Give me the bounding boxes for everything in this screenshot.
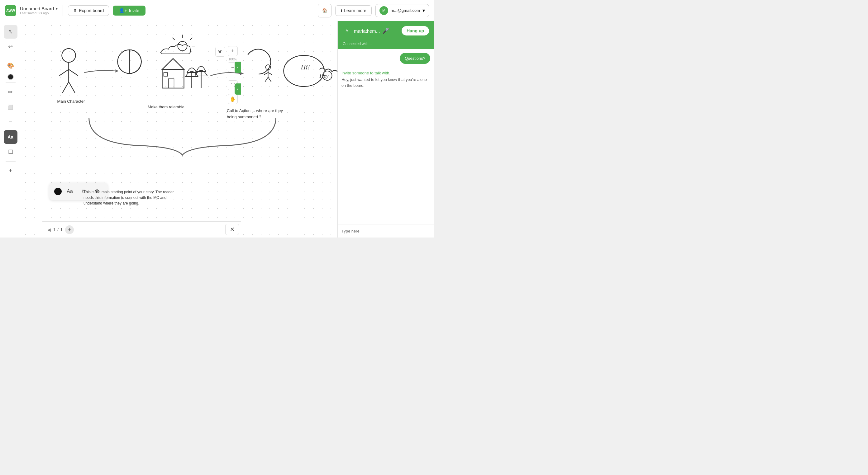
house-scene	[161, 35, 208, 88]
logo: AWW	[5, 5, 16, 16]
connected-text: Connected with ...	[338, 40, 434, 49]
home-icon: 🏠	[322, 8, 328, 13]
hand-icon: ✋	[229, 96, 236, 102]
zoom-in-button[interactable]: +	[228, 46, 238, 56]
call-to-action-label: Call to Action ... where are they being …	[227, 108, 289, 120]
invite-link[interactable]: Invite someone to talk with.	[341, 71, 391, 75]
svg-rect-17	[168, 79, 174, 88]
svg-line-4	[63, 82, 69, 93]
system-message: Hey, just wanted to let you know that yo…	[341, 77, 430, 89]
collapse-panel-mid[interactable]: ‹	[235, 83, 241, 95]
svg-line-12	[173, 38, 175, 40]
invite-label: Invite	[129, 8, 139, 13]
color-picker-tool[interactable]	[54, 188, 62, 195]
brush-tool[interactable]: ✏	[4, 85, 18, 99]
last-saved-text: Last saved: 2s ago.	[20, 11, 58, 15]
caller-info: M mariathem... 🎤	[343, 27, 389, 35]
tool-separator-3	[6, 161, 16, 162]
svg-line-27	[268, 77, 271, 82]
tool-separator-2	[6, 82, 16, 83]
make-relatable-label: Make them relatable	[143, 105, 189, 109]
chat-panel: M mariathem... 🎤 Hang up Connected with …	[337, 21, 434, 238]
export-label: Export board	[79, 8, 104, 13]
add-tool[interactable]: +	[4, 164, 18, 178]
color-tool[interactable]: 🎨	[4, 59, 18, 72]
invite-icon: 👤+	[119, 8, 127, 13]
select-tool[interactable]: ↖	[4, 25, 18, 39]
hand-tool[interactable]: ✋	[228, 94, 238, 104]
canvas-drawing: Hi! Hey	[21, 21, 337, 238]
board-name: Unnamed Board	[20, 6, 54, 11]
svg-text:Hey: Hey	[319, 73, 329, 79]
export-button[interactable]: ⬆ Export board	[68, 5, 109, 16]
eye-icon: 👁	[218, 49, 223, 55]
toolbar: ↖ ↩ 🎨 ✏ ⬜ ▭ Aa ☐ +	[0, 21, 21, 238]
zoom-level: 100%	[228, 57, 237, 61]
svg-line-26	[265, 77, 268, 82]
relatable-icon	[118, 50, 142, 73]
svg-point-28	[284, 56, 324, 87]
collapse-panel-top[interactable]: ‹	[235, 62, 241, 73]
info-icon: ℹ	[341, 8, 342, 13]
add-page-button[interactable]: +	[65, 225, 74, 234]
color-dot[interactable]	[7, 74, 14, 80]
main-area: ↖ ↩ 🎨 ✏ ⬜ ▭ Aa ☐ +	[0, 21, 434, 238]
svg-line-2	[60, 69, 69, 76]
header-divider	[63, 5, 63, 16]
eraser-tool[interactable]: ⬜	[4, 100, 18, 114]
user-email: m...@gmail.com	[391, 8, 420, 13]
sticky-icon: ☐	[8, 148, 13, 155]
svg-rect-18	[164, 72, 167, 76]
header: AWW Unnamed Board ▾ Last saved: 2s ago. …	[0, 0, 434, 21]
eye-button[interactable]: 👁	[215, 47, 225, 57]
svg-line-24	[264, 72, 268, 75]
add-icon: +	[9, 168, 12, 174]
svg-marker-6	[116, 69, 119, 72]
learn-more-button[interactable]: ℹ Learn more	[335, 5, 372, 16]
svg-line-5	[69, 82, 75, 93]
invite-button[interactable]: 👤+ Invite	[113, 6, 146, 15]
text-format-tool[interactable]: Aa	[64, 186, 75, 197]
svg-line-11	[190, 38, 192, 40]
tool-separator	[6, 56, 16, 56]
mic-icon[interactable]: 🎤	[382, 27, 389, 34]
chat-input[interactable]	[341, 229, 430, 233]
user-dropdown-icon: ▾	[423, 7, 425, 13]
call-to-action-scene: Hi! Hey	[264, 56, 338, 98]
board-dropdown-icon[interactable]: ▾	[56, 6, 58, 11]
svg-point-9	[178, 41, 187, 51]
canvas-description: This is the main starting point of your …	[84, 189, 177, 206]
svg-marker-16	[162, 59, 184, 69]
palette-icon: 🎨	[7, 62, 14, 69]
rect-icon: ▭	[8, 120, 12, 125]
text-tool[interactable]: Aa	[4, 130, 18, 144]
learn-more-label: Learn more	[344, 8, 366, 13]
main-character-label: Main Character	[52, 99, 90, 104]
avatar: M	[379, 6, 388, 15]
invite-section: Invite someone to talk with. Hey, just w…	[341, 68, 430, 91]
svg-line-25	[268, 72, 272, 75]
user-area[interactable]: M m...@gmail.com ▾	[375, 4, 429, 17]
canvas[interactable]: Hi! Hey Main Character Make them relatab…	[21, 21, 337, 238]
close-button[interactable]: ✕	[225, 224, 239, 235]
main-character-drawing	[60, 48, 78, 93]
export-icon: ⬆	[73, 8, 77, 13]
page-indicator: 1/1	[53, 227, 63, 232]
svg-point-0	[62, 48, 76, 62]
questions-bubble: Questions?	[400, 53, 430, 64]
svg-line-3	[69, 69, 78, 76]
caller-name: mariathem...	[354, 28, 380, 34]
undo-tool[interactable]: ↩	[4, 40, 18, 54]
hang-up-button[interactable]: Hang up	[402, 26, 429, 35]
sticky-tool[interactable]: ☐	[4, 145, 18, 159]
home-button[interactable]: 🏠	[318, 4, 332, 18]
board-name-area: Unnamed Board ▾ Last saved: 2s ago.	[20, 6, 58, 15]
eraser-icon: ⬜	[8, 105, 13, 109]
rectangle-tool[interactable]: ▭	[4, 115, 18, 129]
chat-content: Questions? Invite someone to talk with. …	[338, 49, 434, 224]
prev-page-button[interactable]: ◀	[48, 227, 51, 232]
call-card: M mariathem... 🎤 Hang up	[338, 21, 434, 40]
caller-avatar: M	[343, 27, 351, 35]
chat-input-area	[338, 224, 434, 238]
bottom-toolbar: ◀ 1/1 +	[42, 221, 241, 238]
